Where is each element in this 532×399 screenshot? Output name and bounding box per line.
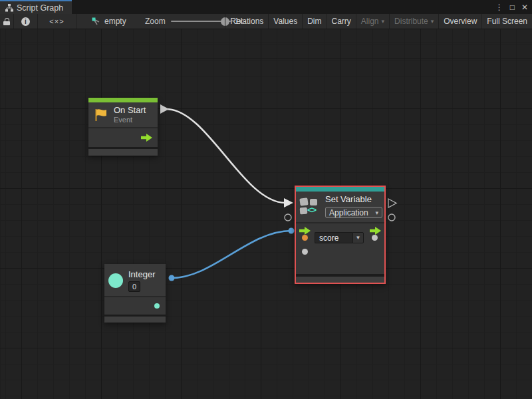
flow-output-port[interactable] [370, 227, 381, 235]
graph-pointer-icon [92, 17, 100, 26]
graph-status[interactable]: empty [92, 14, 126, 29]
node-footer [88, 149, 158, 156]
integer-icon [108, 273, 123, 288]
node-integer[interactable]: Integer 0 [104, 264, 166, 323]
chevron-down-icon: ▾ [375, 209, 378, 216]
title-bar: Script Graph ⋮ □ ✕ [0, 0, 532, 14]
event-accent-stripe [88, 98, 158, 102]
wire-layer [0, 29, 532, 399]
variable-name-value: score [315, 232, 352, 243]
tab-title: Script Graph [17, 3, 63, 13]
close-icon[interactable]: ✕ [521, 3, 528, 11]
value-in-proxy-circle[interactable] [285, 214, 291, 221]
node-footer [104, 317, 166, 323]
integer-value-field[interactable]: 0 [128, 281, 140, 292]
code-icon: <×> [49, 17, 64, 25]
set-variable-icon: <> [300, 198, 320, 215]
dim-button[interactable]: Dim [302, 14, 326, 29]
flow-wire-start-arrow-icon [160, 104, 169, 114]
window-menu-icon[interactable]: ⋮ [495, 3, 503, 11]
variable-accent-stripe [296, 187, 384, 192]
chevron-down-icon: ▾ [382, 18, 385, 25]
tab-script-graph[interactable]: Script Graph [0, 0, 72, 14]
node-title: Set Variable [325, 194, 382, 205]
flow-wire-end-arrow-icon [284, 198, 293, 207]
node-set-variable[interactable]: <> Set Variable Application ▾ [295, 186, 386, 284]
chevron-down-icon: ▾ [431, 18, 434, 25]
lock-icon [3, 18, 10, 25]
value-wire-end-dot [289, 228, 295, 234]
variable-name-dropdown[interactable]: score ▼ [315, 232, 364, 243]
fullscreen-button[interactable]: Full Screen [481, 14, 532, 29]
graph-canvas[interactable]: On Start Event <> Set Variable [0, 29, 532, 399]
value-wire-start-dot [169, 275, 175, 281]
flow-output-port[interactable] [141, 134, 152, 142]
info-button[interactable]: i [14, 14, 38, 29]
integer-output-port[interactable] [154, 303, 160, 309]
value-out-proxy-circle[interactable] [388, 214, 395, 221]
lock-button[interactable] [0, 14, 14, 29]
graph-status-label: empty [104, 17, 126, 26]
node-footer [296, 277, 384, 283]
toolbar: i <×> empty Zoom 1x Relations Values Dim… [0, 14, 532, 29]
variable-name-port[interactable] [302, 235, 308, 241]
node-title: On Start [114, 105, 146, 116]
maximize-icon[interactable]: □ [510, 3, 515, 11]
value-wire[interactable] [172, 231, 291, 278]
value-output-port[interactable] [372, 235, 378, 241]
relations-button[interactable]: Relations [225, 14, 268, 29]
graph-tab-icon [5, 4, 13, 12]
code-view-button[interactable]: <×> [38, 14, 76, 29]
overview-button[interactable]: Overview [438, 14, 481, 29]
flag-icon [94, 108, 108, 122]
chevron-down-icon[interactable]: ▼ [352, 232, 364, 243]
variable-scope-dropdown[interactable]: Application ▾ [325, 207, 382, 218]
node-title: Integer [128, 269, 155, 280]
distribute-button: Distribute▾ [389, 14, 438, 29]
align-button: Align▾ [356, 14, 389, 29]
flow-input-port[interactable] [299, 227, 311, 235]
flow-out-proxy-triangle[interactable] [388, 199, 396, 207]
zoom-slider[interactable] [171, 21, 231, 22]
info-icon: i [21, 17, 30, 26]
flow-wire[interactable] [167, 109, 285, 203]
carry-button[interactable]: Carry [327, 14, 356, 29]
new-value-input-port[interactable] [302, 249, 308, 255]
node-on-start[interactable]: On Start Event [88, 98, 158, 156]
node-subtitle: Event [114, 116, 146, 124]
zoom-label: Zoom [145, 17, 166, 26]
values-button[interactable]: Values [268, 14, 302, 29]
